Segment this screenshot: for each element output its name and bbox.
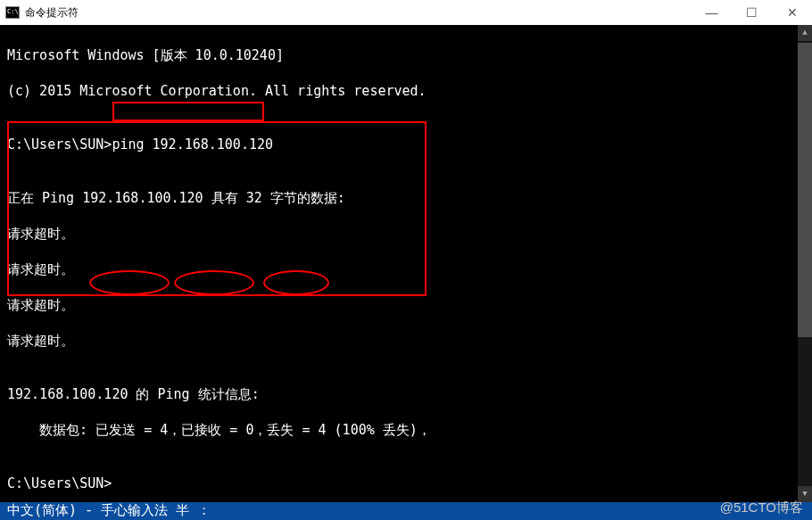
window-controls: — ☐ ✕ [692, 0, 812, 25]
terminal-output[interactable]: Microsoft Windows [版本 10.0.10240] (c) 20… [0, 25, 812, 502]
maximize-button[interactable]: ☐ [732, 0, 772, 25]
scroll-up-icon[interactable]: ▲ [798, 25, 812, 41]
copyright-line: (c) 2015 Microsoft Corporation. All righ… [7, 82, 805, 100]
scroll-thumb[interactable] [798, 43, 812, 337]
ping-timeout: 请求超时。 [7, 332, 805, 350]
close-button[interactable]: ✕ [772, 0, 812, 25]
cmd-icon [5, 6, 20, 19]
prompt-idle: C:\Users\SUN> [7, 475, 805, 492]
ping-timeout: 请求超时。 [7, 296, 805, 314]
ime-status: 中文(简体) - 手心输入法 半 ： [7, 500, 211, 520]
ping-timeout: 请求超时。 [7, 225, 805, 243]
prompt-path: C:\Users\SUN> [7, 136, 112, 153]
scrollbar[interactable]: ▲ ▼ [798, 25, 812, 502]
window-title: 命令提示符 [25, 5, 79, 21]
prompt-command-line: C:\Users\SUN>ping 192.168.100.120 [7, 136, 805, 153]
ping-timeout: 请求超时。 [7, 260, 805, 278]
annotation-command-highlight [112, 102, 264, 121]
ping-command: ping 192.168.100.120 [112, 136, 273, 153]
watermark: @51CTO博客 [720, 499, 803, 516]
ping-stats-header: 192.168.100.120 的 Ping 统计信息: [7, 385, 805, 403]
os-version-line: Microsoft Windows [版本 10.0.10240] [7, 46, 805, 64]
ping-stats-packets: 数据包: 已发送 = 4，已接收 = 0，丢失 = 4 (100% 丢失)， [7, 421, 805, 439]
minimize-button[interactable]: — [692, 0, 732, 25]
ping-header: 正在 Ping 192.168.100.120 具有 32 字节的数据: [7, 189, 805, 207]
window-titlebar: 命令提示符 — ☐ ✕ [0, 0, 812, 25]
